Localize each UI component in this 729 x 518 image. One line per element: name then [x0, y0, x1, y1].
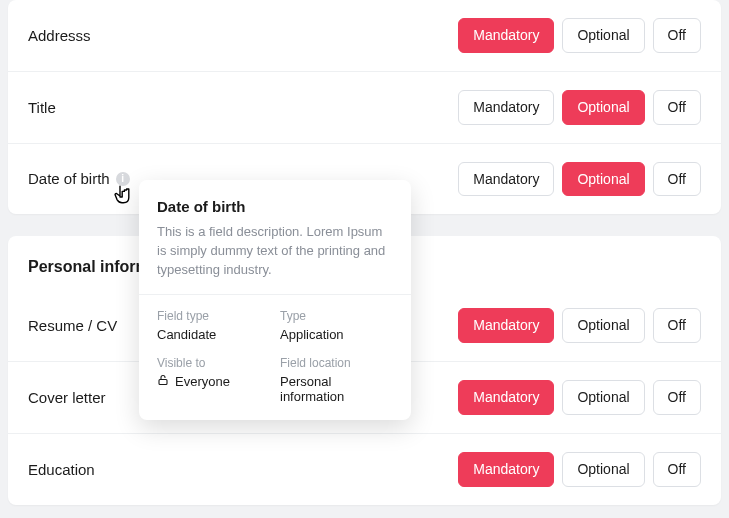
mandatory-button[interactable]: Mandatory [458, 90, 554, 125]
mandatory-button[interactable]: Mandatory [458, 162, 554, 197]
off-button[interactable]: Off [653, 380, 701, 415]
popover-type-label: Type [280, 309, 393, 323]
field-info-popover: Date of birth This is a field descriptio… [139, 180, 411, 420]
field-label-wrap: Title [28, 99, 56, 116]
field-label-wrap: Cover letter [28, 389, 106, 406]
field-label-wrap: Addresss [28, 27, 91, 44]
state-toggle: MandatoryOptionalOff [458, 380, 701, 415]
optional-button[interactable]: Optional [562, 380, 644, 415]
field-label-wrap: Education [28, 461, 95, 478]
field-label: Title [28, 99, 56, 116]
optional-button[interactable]: Optional [562, 18, 644, 53]
popover-field-type-value: Candidate [157, 327, 270, 342]
state-toggle: MandatoryOptionalOff [458, 90, 701, 125]
mandatory-button[interactable]: Mandatory [458, 380, 554, 415]
popover-location-value: Personal information [280, 374, 393, 404]
field-label: Cover letter [28, 389, 106, 406]
field-label: Date of birth [28, 170, 110, 187]
off-button[interactable]: Off [653, 162, 701, 197]
field-label: Addresss [28, 27, 91, 44]
popover-location-label: Field location [280, 356, 393, 370]
state-toggle: MandatoryOptionalOff [458, 162, 701, 197]
popover-title: Date of birth [157, 198, 393, 215]
state-toggle: MandatoryOptionalOff [458, 18, 701, 53]
field-row-education: EducationMandatoryOptionalOff [8, 434, 721, 505]
unlock-icon [157, 374, 169, 389]
info-icon[interactable]: i [116, 172, 130, 186]
popover-visible-value: Everyone [157, 374, 270, 389]
off-button[interactable]: Off [653, 90, 701, 125]
optional-button[interactable]: Optional [562, 162, 644, 197]
popover-field-type-label: Field type [157, 309, 270, 323]
popover-type-value: Application [280, 327, 393, 342]
mandatory-button[interactable]: Mandatory [458, 308, 554, 343]
field-label-wrap: Resume / CV [28, 317, 117, 334]
optional-button[interactable]: Optional [562, 452, 644, 487]
field-label-wrap: Date of birthi [28, 170, 130, 187]
popover-description: This is a field description. Lorem Ipsum… [157, 223, 393, 280]
state-toggle: MandatoryOptionalOff [458, 308, 701, 343]
field-label: Resume / CV [28, 317, 117, 334]
optional-button[interactable]: Optional [562, 90, 644, 125]
off-button[interactable]: Off [653, 452, 701, 487]
state-toggle: MandatoryOptionalOff [458, 452, 701, 487]
optional-button[interactable]: Optional [562, 308, 644, 343]
mandatory-button[interactable]: Mandatory [458, 452, 554, 487]
off-button[interactable]: Off [653, 18, 701, 53]
field-row-title: TitleMandatoryOptionalOff [8, 72, 721, 144]
popover-visible-label: Visible to [157, 356, 270, 370]
field-label: Education [28, 461, 95, 478]
mandatory-button[interactable]: Mandatory [458, 18, 554, 53]
field-row-address: AddresssMandatoryOptionalOff [8, 0, 721, 72]
svg-rect-0 [159, 379, 167, 384]
off-button[interactable]: Off [653, 308, 701, 343]
